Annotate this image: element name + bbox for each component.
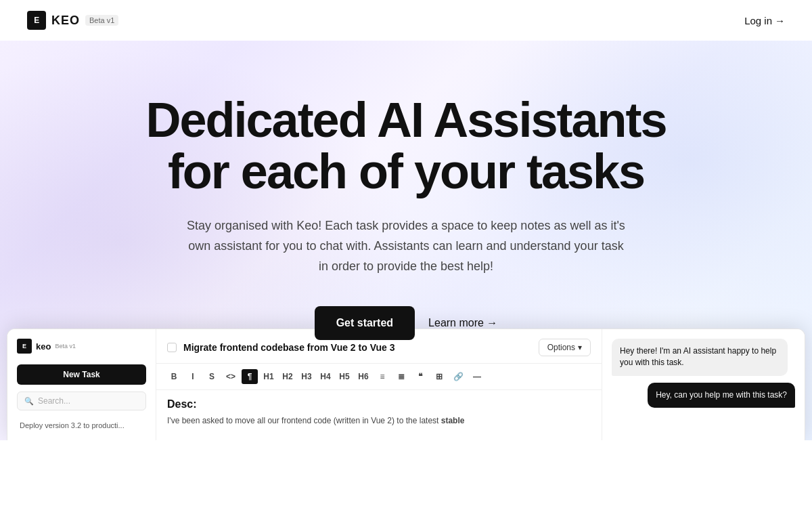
editor-body-text: I've been asked to move all our frontend…: [167, 416, 438, 425]
login-button[interactable]: Log in →: [744, 15, 785, 26]
italic-button[interactable]: I: [185, 369, 201, 384]
sidebar-logo-icon: E: [17, 339, 32, 354]
login-arrow: →: [775, 15, 785, 26]
sidebar-logo-text: keo: [36, 341, 51, 352]
editor-content: Desc: I've been asked to move all our fr…: [156, 390, 602, 440]
app-sidebar: E keo Beta v1 New Task 🔍 Search... Deplo…: [7, 329, 156, 440]
bold-button[interactable]: B: [166, 369, 182, 384]
h5-button[interactable]: H5: [336, 369, 353, 384]
sidebar-logo: E keo Beta v1: [17, 339, 146, 354]
hero-title-line2: for each of your tasks: [168, 144, 644, 198]
ordered-list-button[interactable]: ≣: [393, 369, 409, 384]
options-button[interactable]: Options ▾: [539, 339, 591, 356]
beta-badge: Beta v1: [85, 15, 118, 26]
strikethrough-button[interactable]: S: [204, 369, 220, 384]
ai-message: Hey there! I'm an AI assistant happy to …: [612, 339, 788, 376]
h1-button[interactable]: H1: [261, 369, 277, 384]
h2-button[interactable]: H2: [279, 369, 296, 384]
search-box[interactable]: 🔍 Search...: [17, 391, 146, 410]
header: E KEO Beta v1 Log in →: [0, 0, 812, 41]
user-message: Hey, can you help me with this task?: [648, 383, 795, 408]
task-checkbox[interactable]: [167, 343, 177, 352]
horizontal-rule-button[interactable]: —: [469, 369, 485, 384]
task-title-row: Migrate frontend codebase from Vue 2 to …: [167, 342, 394, 353]
sidebar-task-item[interactable]: Deploy version 3.2 to producti...: [17, 417, 146, 431]
editor-body[interactable]: I've been asked to move all our frontend…: [167, 415, 591, 427]
paragraph-button[interactable]: ¶: [242, 369, 258, 384]
logo-text: KEO: [51, 14, 80, 28]
code-button[interactable]: <>: [223, 369, 239, 384]
app-preview-window: E keo Beta v1 New Task 🔍 Search... Deplo…: [7, 329, 805, 440]
hero-section: Dedicated AI Assistants for each of your…: [0, 41, 812, 440]
logo-icon: E: [27, 11, 46, 30]
bullet-list-button[interactable]: ≡: [374, 369, 390, 384]
search-icon: 🔍: [24, 397, 34, 406]
chat-panel: Hey there! I'm an AI assistant happy to …: [602, 329, 805, 440]
learn-more-button[interactable]: Learn more →: [428, 317, 497, 329]
hero-title: Dedicated AI Assistants for each of your…: [146, 95, 667, 197]
task-title: Migrate frontend codebase from Vue 2 to …: [183, 342, 394, 353]
get-started-button[interactable]: Get started: [315, 306, 415, 340]
hero-title-line1: Dedicated AI Assistants: [146, 93, 667, 147]
sidebar-beta-label: Beta v1: [55, 343, 76, 350]
hero-subtitle: Stay organised with Keo! Each task provi…: [183, 216, 629, 276]
hero-content: Dedicated AI Assistants for each of your…: [146, 41, 667, 340]
logo-area: E KEO Beta v1: [27, 11, 118, 30]
h4-button[interactable]: H4: [317, 369, 334, 384]
link-button[interactable]: 🔗: [450, 369, 466, 384]
app-main-area: Migrate frontend codebase from Vue 2 to …: [156, 329, 602, 440]
h3-button[interactable]: H3: [298, 369, 315, 384]
h6-button[interactable]: H6: [355, 369, 371, 384]
desc-label: Desc:: [167, 398, 591, 410]
search-placeholder-text: Search...: [38, 396, 70, 406]
new-task-button[interactable]: New Task: [17, 364, 146, 385]
editor-toolbar: B I S <> ¶ H1 H2 H3 H4 H5 H6 ≡ ≣ ❝ ⊞ 🔗 —: [156, 364, 602, 390]
login-label: Log in: [744, 15, 772, 26]
editor-body-bold: stable: [441, 416, 465, 425]
chat-messages: Hey there! I'm an AI assistant happy to …: [602, 329, 805, 440]
options-arrow-icon: ▾: [578, 343, 582, 352]
blockquote-button[interactable]: ❝: [412, 369, 428, 384]
code-block-button[interactable]: ⊞: [431, 369, 447, 384]
hero-buttons: Get started Learn more →: [146, 306, 667, 340]
options-label: Options: [547, 343, 575, 352]
